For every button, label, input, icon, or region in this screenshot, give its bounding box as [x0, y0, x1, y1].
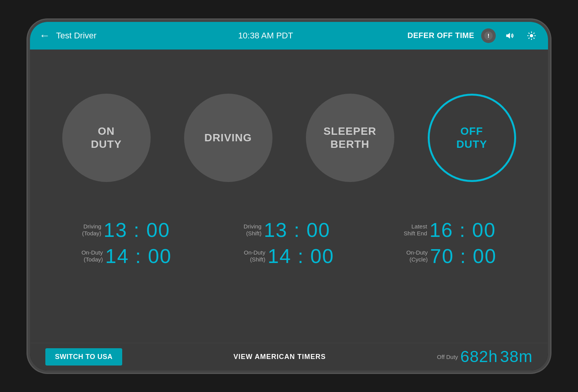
on-duty-cycle-value: 70 : 00 — [430, 245, 497, 268]
off-duty-timer-label: Off Duty — [437, 354, 458, 360]
on-duty-button[interactable]: ONDUTY — [62, 94, 151, 182]
main-content: ONDUTY DRIVING SLEEPERBERTH OFFDUTY Driv… — [30, 50, 548, 343]
driving-shift-timer: Driving(Shift) 13 : 00 — [244, 218, 331, 241]
svg-line-9 — [533, 38, 534, 38]
driving-shift-label: Driving(Shift) — [244, 223, 262, 237]
latest-shift-end-label: LatestShift End — [404, 223, 427, 237]
on-duty-shift-label: On-Duty(Shift) — [244, 249, 266, 263]
device-frame: ← Test Driver 10:38 AM PDT DEFER OFF TIM… — [28, 20, 550, 373]
view-american-timers-link[interactable]: VIEW AMERICAN TIMERS — [122, 353, 437, 361]
on-duty-today-timer: On-Duty(Today) 14 : 00 — [81, 245, 172, 268]
driving-today-label: Driving(Today) — [82, 223, 101, 237]
off-duty-timer: Off Duty 682h 38m — [437, 347, 533, 366]
top-bar-right: DEFER OFF TIME ! — [407, 28, 539, 43]
top-bar-center: 10:38 AM PDT — [124, 31, 407, 41]
time-display: 10:38 AM PDT — [238, 31, 293, 41]
driving-today-timer: Driving(Today) 13 : 00 — [82, 218, 170, 241]
svg-marker-2 — [506, 33, 510, 38]
back-button[interactable]: ← — [39, 30, 50, 42]
svg-line-8 — [528, 33, 529, 33]
switch-to-usa-button[interactable]: SWITCH TO USA — [45, 348, 122, 366]
svg-text:!: ! — [487, 32, 489, 39]
info-icon: ! — [483, 31, 493, 41]
on-duty-today-label: On-Duty(Today) — [81, 249, 103, 263]
status-buttons: ONDUTY DRIVING SLEEPERBERTH OFFDUTY — [45, 57, 533, 218]
driving-button[interactable]: DRIVING — [184, 94, 272, 182]
top-bar-left: ← Test Driver — [39, 30, 124, 42]
svg-point-3 — [530, 34, 533, 37]
brightness-icon-button[interactable] — [524, 28, 539, 43]
off-duty-minutes-value: 38m — [500, 347, 533, 366]
driving-shift-value: 13 : 00 — [264, 218, 330, 241]
bottom-bar: SWITCH TO USA VIEW AMERICAN TIMERS Off D… — [30, 343, 548, 370]
latest-shift-end-value: 16 : 00 — [429, 218, 496, 241]
sleeper-berth-button[interactable]: SLEEPERBERTH — [306, 94, 394, 182]
timers-section: Driving(Today) 13 : 00 Driving(Shift) 13… — [45, 218, 533, 271]
driving-today-value: 13 : 00 — [104, 218, 170, 241]
on-duty-shift-timer: On-Duty(Shift) 14 : 00 — [244, 245, 334, 268]
timers-row-2: On-Duty(Today) 14 : 00 On-Duty(Shift) 14… — [45, 245, 533, 268]
on-duty-cycle-label: On-Duty(Cycle) — [406, 249, 428, 263]
sound-icon — [505, 31, 515, 41]
on-duty-shift-value: 14 : 00 — [267, 245, 334, 268]
brightness-icon — [527, 31, 536, 41]
off-duty-hours-value: 682h — [460, 347, 498, 366]
svg-line-11 — [528, 38, 529, 38]
on-duty-cycle-timer: On-Duty(Cycle) 70 : 00 — [406, 245, 497, 268]
defer-off-time-label[interactable]: DEFER OFF TIME — [407, 31, 474, 40]
info-icon-button[interactable]: ! — [481, 28, 496, 43]
sound-icon-button[interactable] — [503, 28, 517, 43]
svg-line-10 — [533, 33, 534, 33]
top-bar: ← Test Driver 10:38 AM PDT DEFER OFF TIM… — [30, 22, 548, 50]
on-duty-today-value: 14 : 00 — [105, 245, 172, 268]
off-duty-button[interactable]: OFFDUTY — [428, 94, 516, 182]
latest-shift-end-timer: LatestShift End 16 : 00 — [404, 218, 496, 241]
driver-name: Test Driver — [56, 31, 96, 41]
timers-row-1: Driving(Today) 13 : 00 Driving(Shift) 13… — [45, 218, 533, 241]
